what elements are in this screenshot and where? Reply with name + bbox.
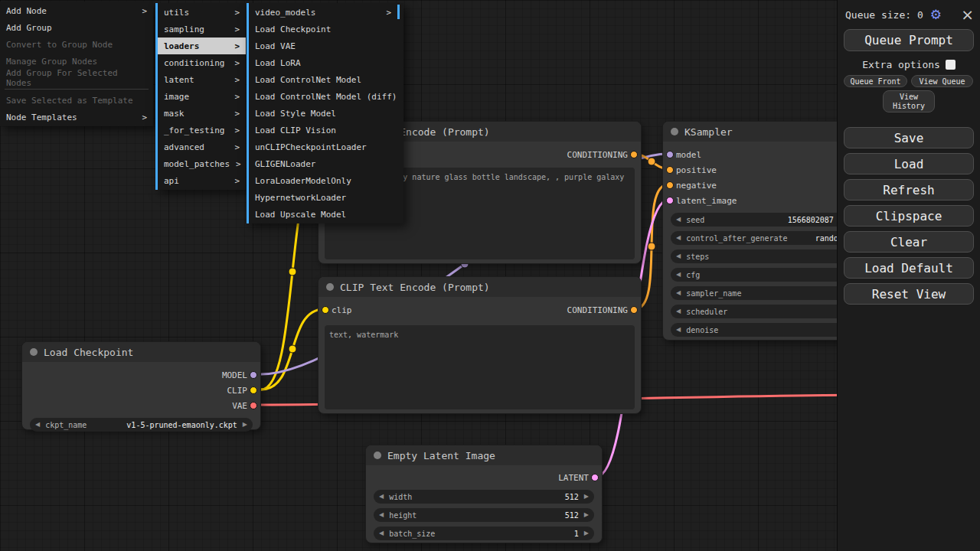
menu-item-add-group[interactable]: Add Group <box>0 19 153 36</box>
collapse-dot-icon[interactable] <box>30 348 38 356</box>
menu-item-load-lora[interactable]: Load LoRA <box>247 54 403 71</box>
menu-item-api[interactable]: api > <box>155 172 246 189</box>
io-row: clip CONDITIONING <box>318 302 641 318</box>
model-output-port[interactable] <box>250 371 257 379</box>
view-history-button[interactable]: View History <box>883 90 935 112</box>
collapse-dot-icon[interactable] <box>671 128 678 135</box>
widget-label: batch_size <box>389 530 435 538</box>
menu-item-advanced[interactable]: advanced > <box>155 139 246 155</box>
menu-item-image[interactable]: image > <box>155 88 246 105</box>
latent-output-port[interactable] <box>591 474 599 481</box>
refresh-button[interactable]: Refresh <box>844 179 974 201</box>
model-input-port[interactable] <box>666 151 674 158</box>
widget-label: sampler_name <box>686 289 741 298</box>
widget-label: control_after_generate <box>686 234 787 243</box>
menu-item-load-clip-vision[interactable]: Load CLIP Vision <box>247 122 403 139</box>
node-clip-text-encode-negative[interactable]: CLIP Text Encode (Prompt) clip CONDITION… <box>318 276 642 414</box>
menu-item-load-controlnet-model[interactable]: Load ControlNet Model <box>247 71 403 88</box>
menu-item-loaders[interactable]: loaders > <box>155 37 246 54</box>
menu-item-load-style-model[interactable]: Load Style Model <box>247 105 403 122</box>
clear-button[interactable]: Clear <box>844 231 974 253</box>
menu-item-add-node[interactable]: Add Node > <box>0 2 153 19</box>
menu-item-latent[interactable]: latent > <box>155 71 246 88</box>
menu-item-load-upscale-model[interactable]: Load Upscale Model <box>247 206 403 223</box>
menu-item-unclip-checkpoint-loader[interactable]: unCLIPCheckpointLoader <box>247 139 403 155</box>
io-row: CLIP <box>22 383 260 398</box>
prev-arrow-icon[interactable]: ◀ <box>35 422 40 428</box>
ckpt-name-combo-widget[interactable]: ◀ ckpt_name v1-5-pruned-emaonly.ckpt ▶ <box>30 418 253 432</box>
positive-input-port[interactable] <box>666 166 674 174</box>
prev-arrow-icon[interactable]: ◀ <box>676 327 681 333</box>
menu-item-for-testing[interactable]: _for_testing > <box>155 122 246 139</box>
widget-value: v1-5-pruned-emaonly.ckpt <box>126 421 237 429</box>
close-icon[interactable]: × <box>961 7 974 22</box>
menu-item-load-controlnet-model-diff[interactable]: Load ControlNet Model (diff) <box>247 88 403 105</box>
prev-arrow-icon[interactable]: ◀ <box>379 512 384 518</box>
queue-size-label: Queue size: 0 <box>845 9 923 21</box>
menu-item-hypernetwork-loader[interactable]: HypernetworkLoader <box>247 189 403 206</box>
next-arrow-icon[interactable]: ▶ <box>584 512 589 518</box>
vae-output-port[interactable] <box>250 402 257 409</box>
menu-item-load-checkpoint[interactable]: Load Checkpoint <box>247 21 403 37</box>
menu-item-save-selected-as-template: Save Selected as Template <box>0 92 153 109</box>
next-arrow-icon[interactable]: ▶ <box>243 422 247 428</box>
clip-output-port[interactable] <box>250 386 257 394</box>
menu-item-model-patches[interactable]: model_patches > <box>155 155 246 172</box>
node-canvas[interactable]: CLIP Text Encode (Prompt) clip CONDITION… <box>0 0 980 551</box>
node-title: CLIP Text Encode (Prompt) <box>340 282 490 293</box>
load-default-button[interactable]: Load Default <box>844 257 974 279</box>
input-label: latent_image <box>676 196 737 206</box>
conditioning-output-port[interactable] <box>630 151 638 158</box>
input-label: negative <box>676 181 717 191</box>
queue-front-button[interactable]: Queue Front <box>844 75 907 87</box>
prev-arrow-icon[interactable]: ◀ <box>676 217 681 223</box>
menu-item-conditioning[interactable]: conditioning > <box>155 54 246 71</box>
node-empty-latent-image[interactable]: Empty Latent Image LATENT ◀ width 512 ▶ … <box>365 445 603 543</box>
input-label: model <box>676 150 701 160</box>
menu-item-video-models[interactable]: video_models > <box>247 4 403 21</box>
clip-input-port[interactable] <box>322 306 329 314</box>
reset-view-button[interactable]: Reset View <box>844 283 974 305</box>
prev-arrow-icon[interactable]: ◀ <box>676 272 681 278</box>
prev-arrow-icon[interactable]: ◀ <box>676 308 681 315</box>
io-row: LATENT <box>366 470 602 485</box>
next-arrow-icon[interactable]: ▶ <box>584 494 589 500</box>
load-button[interactable]: Load <box>844 153 974 174</box>
node-title-bar[interactable]: Empty Latent Image <box>366 445 602 465</box>
widget-value: 1566802087 <box>788 216 834 224</box>
prompt-text-area[interactable]: text, watermark <box>325 325 635 409</box>
height-widget[interactable]: ◀ height 512 ▶ <box>374 508 594 522</box>
latent-image-input-port[interactable] <box>666 197 674 204</box>
save-button[interactable]: Save <box>844 127 974 148</box>
conditioning-output-port[interactable] <box>630 306 638 314</box>
collapse-dot-icon[interactable] <box>326 283 334 291</box>
menu-item-utils[interactable]: utils > <box>155 4 246 21</box>
extra-options-checkbox[interactable] <box>946 60 956 70</box>
menu-item-mask[interactable]: mask > <box>155 105 246 122</box>
queue-prompt-button[interactable]: Queue Prompt <box>844 29 974 51</box>
view-queue-button[interactable]: View Queue <box>911 75 973 87</box>
menu-scrollbar-thumb[interactable] <box>397 5 400 19</box>
menu-item-gligen-loader[interactable]: GLIGENLoader <box>247 155 403 172</box>
next-arrow-icon[interactable]: ▶ <box>584 530 589 536</box>
batch-size-widget[interactable]: ◀ batch_size 1 ▶ <box>374 527 594 540</box>
menu-item-sampling[interactable]: sampling > <box>155 21 246 37</box>
prev-arrow-icon[interactable]: ◀ <box>379 530 384 536</box>
prev-arrow-icon[interactable]: ◀ <box>676 290 681 296</box>
menu-item-node-templates[interactable]: Node Templates > <box>0 109 153 126</box>
node-title: KSampler <box>684 126 733 138</box>
submenu-arrow-icon: > <box>136 6 147 16</box>
menu-item-load-vae[interactable]: Load VAE <box>247 37 403 54</box>
clipspace-button[interactable]: Clipspace <box>844 205 974 227</box>
collapse-dot-icon[interactable] <box>374 452 381 459</box>
width-widget[interactable]: ◀ width 512 ▶ <box>374 490 594 504</box>
prev-arrow-icon[interactable]: ◀ <box>676 235 681 241</box>
node-title-bar[interactable]: CLIP Text Encode (Prompt) <box>318 277 641 297</box>
prev-arrow-icon[interactable]: ◀ <box>676 253 681 259</box>
prev-arrow-icon[interactable]: ◀ <box>379 494 384 500</box>
settings-gear-icon[interactable]: ⚙ <box>930 8 942 21</box>
menu-item-lora-loader-model-only[interactable]: LoraLoaderModelOnly <box>247 172 403 189</box>
node-load-checkpoint[interactable]: Load Checkpoint MODEL CLIP VAE ◀ ckpt_na… <box>21 341 261 430</box>
negative-input-port[interactable] <box>666 181 674 189</box>
node-title-bar[interactable]: Load Checkpoint <box>22 342 260 362</box>
